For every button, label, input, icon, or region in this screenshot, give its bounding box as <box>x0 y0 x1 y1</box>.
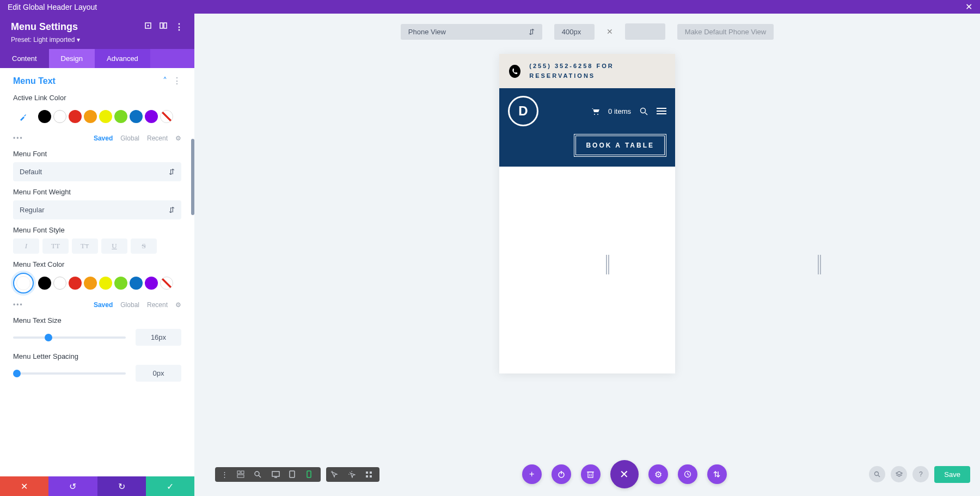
trash-button[interactable] <box>581 464 601 484</box>
resize-handle-right[interactable] <box>818 255 821 274</box>
tablet-icon[interactable] <box>289 470 299 478</box>
swatch-red[interactable] <box>69 277 82 290</box>
section-title[interactable]: Menu Text <box>13 76 56 86</box>
sort-button[interactable] <box>707 464 727 484</box>
swatch-black[interactable] <box>38 110 51 123</box>
resize-handle-left[interactable] <box>606 255 609 274</box>
click-icon[interactable] <box>348 470 358 478</box>
preset-label[interactable]: Preset: Light imported ▾ <box>11 36 183 44</box>
view-toolbar: ⋮ <box>215 467 321 482</box>
style-underline[interactable]: U <box>101 238 127 254</box>
menu-font-select[interactable]: Default⇵ <box>13 162 181 181</box>
letter-spacing-value[interactable]: 0px <box>136 365 181 382</box>
swatch-yellow[interactable] <box>99 110 112 123</box>
desktop-icon[interactable] <box>272 471 281 478</box>
settings-button[interactable]: ⚙ <box>648 464 668 484</box>
tab-advanced[interactable]: Advanced <box>95 49 150 68</box>
confirm-button[interactable]: ✓ <box>146 476 194 496</box>
color-tab-global[interactable]: Global <box>120 134 139 142</box>
redo-button[interactable]: ↻ <box>97 476 146 496</box>
menu-font-label: Menu Font <box>13 150 181 158</box>
columns-icon[interactable] <box>160 22 167 32</box>
swatch-green[interactable] <box>114 110 127 123</box>
swatch-white[interactable] <box>53 277 66 290</box>
undo-button[interactable]: ↺ <box>48 476 97 496</box>
svg-rect-10 <box>241 471 244 474</box>
tab-design[interactable]: Design <box>49 49 95 68</box>
active-link-color-label: Active Link Color <box>13 94 181 102</box>
svg-line-13 <box>259 475 261 477</box>
text-size-slider[interactable] <box>13 336 126 339</box>
color-tab-recent[interactable]: Recent <box>147 301 168 309</box>
view-mode-select[interactable]: Phone View⇵ <box>401 24 542 40</box>
more-colors-icon[interactable]: ••• <box>13 301 23 309</box>
swatch-blue[interactable] <box>130 277 143 290</box>
swatch-green[interactable] <box>114 277 127 290</box>
color-tab-recent[interactable]: Recent <box>147 134 168 142</box>
make-default-button[interactable]: Make Default Phone View <box>677 24 774 40</box>
menu-font-weight-select[interactable]: Regular⇵ <box>13 200 181 219</box>
current-color-ring[interactable] <box>13 273 34 293</box>
svg-rect-22 <box>370 471 372 474</box>
help-button[interactable]: ? <box>912 466 929 482</box>
logo[interactable]: D <box>508 96 538 126</box>
eyedropper-icon[interactable] <box>13 106 34 127</box>
add-button[interactable]: + <box>522 464 542 484</box>
svg-rect-24 <box>370 475 372 477</box>
letter-spacing-slider[interactable] <box>13 372 126 375</box>
swatch-orange[interactable] <box>84 277 97 290</box>
color-tab-global[interactable]: Global <box>120 301 139 309</box>
find-button[interactable] <box>869 466 885 482</box>
color-settings-icon[interactable]: ⚙ <box>175 301 181 309</box>
hover-icon[interactable] <box>330 470 340 478</box>
more-icon[interactable]: ⋮ <box>175 22 183 32</box>
style-strike[interactable]: S <box>131 238 157 254</box>
height-input[interactable] <box>625 23 665 40</box>
zoom-icon[interactable] <box>254 471 264 478</box>
expand-icon[interactable] <box>144 22 152 32</box>
swatch-none[interactable] <box>160 277 173 290</box>
text-size-value[interactable]: 16px <box>136 329 181 346</box>
power-button[interactable] <box>552 464 571 484</box>
swatch-yellow[interactable] <box>99 277 112 290</box>
collapse-icon[interactable]: ˄ <box>163 76 167 86</box>
tab-content[interactable]: Content <box>0 49 49 68</box>
swatch-orange[interactable] <box>84 110 97 123</box>
save-button[interactable]: Save <box>934 466 970 483</box>
swatch-red[interactable] <box>69 110 82 123</box>
svg-rect-2 <box>160 23 163 28</box>
wireframe-icon[interactable] <box>237 470 247 478</box>
swatch-black[interactable] <box>38 277 51 290</box>
sidebar-title: Menu Settings <box>11 21 78 33</box>
color-tab-saved[interactable]: Saved <box>94 134 113 142</box>
swatch-none[interactable] <box>160 110 173 123</box>
style-smallcaps[interactable]: Tᴛ <box>72 238 98 254</box>
color-settings-icon[interactable]: ⚙ <box>175 134 181 142</box>
width-input[interactable]: 400px <box>554 24 595 40</box>
more-colors-icon[interactable]: ••• <box>13 134 23 142</box>
clear-width-icon[interactable]: ✕ <box>607 27 613 36</box>
swatch-blue[interactable] <box>130 110 143 123</box>
grid-icon[interactable] <box>365 471 375 478</box>
cart-text[interactable]: 0 items <box>608 107 631 115</box>
swatch-white[interactable] <box>53 110 66 123</box>
swatch-purple[interactable] <box>145 277 158 290</box>
mobile-icon[interactable] <box>307 470 316 478</box>
search-icon[interactable] <box>640 107 648 115</box>
section-more-icon[interactable]: ⋮ <box>173 76 181 86</box>
history-button[interactable] <box>678 464 697 484</box>
layers-button[interactable] <box>891 466 907 482</box>
toolbar-more-icon[interactable]: ⋮ <box>219 470 229 479</box>
close-main-button[interactable]: ✕ <box>610 460 639 488</box>
style-italic[interactable]: I <box>13 238 39 254</box>
book-table-button[interactable]: BOOK A TABLE <box>574 134 666 157</box>
cancel-button[interactable]: ✕ <box>0 476 48 496</box>
style-uppercase[interactable]: TT <box>42 238 69 254</box>
color-tab-saved[interactable]: Saved <box>94 301 113 309</box>
swatch-purple[interactable] <box>145 110 158 123</box>
cart-icon[interactable] <box>591 108 599 115</box>
menu-text-color-label: Menu Text Color <box>13 260 181 268</box>
hamburger-icon[interactable] <box>657 107 666 115</box>
close-icon[interactable]: ✕ <box>965 2 972 12</box>
svg-rect-16 <box>290 471 295 477</box>
